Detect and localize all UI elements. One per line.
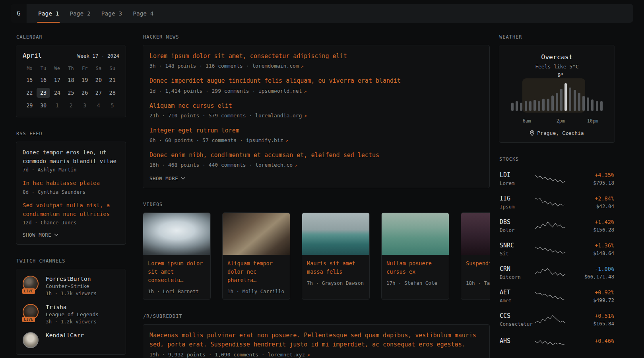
reddit-post-domain[interactable]: loremnet.xyz bbox=[268, 352, 305, 358]
video-thumbnail[interactable] bbox=[461, 213, 490, 255]
stocks-section-title: STOCKS bbox=[499, 156, 615, 162]
video-card[interactable]: Lorem ipsum dolor sit amet consectetu… 1… bbox=[143, 212, 211, 300]
weather-time-axis: 6am 2pm 10pm bbox=[511, 118, 603, 124]
reddit-post: Maecenas mollis pulvinar erat non posuer… bbox=[149, 331, 483, 358]
calendar-day: 1 bbox=[50, 101, 64, 111]
rss-item: In hac habitasse platea 8d · Cynthia Sau… bbox=[23, 179, 119, 195]
hn-item-domain[interactable]: ipsumify.biz bbox=[246, 137, 283, 143]
stock-symbol: SNRC bbox=[500, 242, 535, 249]
calendar-day: 26 bbox=[78, 88, 92, 98]
hn-item-domain[interactable]: ipsumworld.net bbox=[258, 88, 302, 94]
video-card[interactable]: Suspendisse diam 18h · Tara bbox=[461, 212, 490, 300]
tab-page-3[interactable]: Page 3 bbox=[101, 4, 123, 23]
stock-row[interactable]: DBSDolor +1.42%$156.28 bbox=[499, 214, 615, 237]
calendar-day: 2 bbox=[64, 101, 78, 111]
videos-section-title: VIDEOS bbox=[143, 202, 490, 207]
external-link-icon: ↗ bbox=[304, 113, 307, 119]
hn-show-more-button[interactable]: SHOW MORE bbox=[149, 175, 483, 181]
calendar-day: 22 bbox=[23, 88, 37, 98]
twitch-channel[interactable]: LIVE ForrestBurton Counter-Strike 1h · 1… bbox=[23, 276, 119, 296]
topbar: G Page 1 Page 2 Page 3 Page 4 bbox=[11, 4, 633, 23]
video-thumbnail[interactable] bbox=[143, 213, 210, 255]
middle-column: HACKER NEWS Lorem ipsum dolor sit amet, … bbox=[143, 34, 490, 358]
weather-peak-temp: 9° bbox=[558, 72, 564, 78]
rss-show-more-button[interactable]: SHOW MORE bbox=[23, 232, 119, 238]
tab-page-1[interactable]: Page 1 bbox=[37, 4, 60, 23]
hn-item-meta: 1d · 1,414 points · 299 comments · ipsum… bbox=[149, 88, 483, 94]
hn-item-title[interactable]: Donec imperdiet augue tincidunt felis al… bbox=[149, 76, 483, 86]
live-badge: LIVE bbox=[22, 317, 35, 322]
hn-item-domain[interactable]: loremlandia.org bbox=[255, 113, 302, 119]
rss-item: Donec tempor eros leo, ut commodo mauris… bbox=[23, 148, 119, 173]
video-title[interactable]: Suspendisse diam bbox=[466, 259, 490, 276]
stock-sparkline bbox=[535, 197, 566, 208]
weather-location-row: Prague, Czechia bbox=[506, 130, 608, 136]
hackernews-section: HACKER NEWS Lorem ipsum dolor sit amet, … bbox=[143, 34, 490, 188]
calendar-dow: Fr bbox=[78, 64, 92, 72]
video-thumbnail[interactable] bbox=[382, 213, 449, 255]
calendar-day: 27 bbox=[92, 88, 106, 98]
external-link-icon: ↗ bbox=[304, 88, 307, 94]
reddit-post-title[interactable]: Maecenas mollis pulvinar erat non posuer… bbox=[149, 331, 483, 350]
calendar-day: 17 bbox=[50, 75, 64, 85]
video-card[interactable]: Nullam posuere cursus ex 17h · Stefan Co… bbox=[381, 212, 449, 300]
external-link-icon: ↗ bbox=[295, 162, 297, 168]
twitch-channel[interactable]: LIVE Trisha League of Legends 3h · 1.2k … bbox=[23, 304, 119, 325]
video-title[interactable]: Nullam posuere cursus ex bbox=[386, 259, 444, 276]
calendar-dow: Th bbox=[64, 64, 78, 72]
calendar-section-title: CALENDAR bbox=[16, 34, 126, 40]
stock-symbol: CRN bbox=[500, 265, 535, 272]
hn-item-title[interactable]: Integer eget rutrum lorem bbox=[149, 126, 483, 135]
tab-page-2[interactable]: Page 2 bbox=[69, 4, 91, 23]
tab-page-4[interactable]: Page 4 bbox=[132, 4, 154, 23]
rss-item-title[interactable]: Donec tempor eros leo, ut commodo mauris… bbox=[23, 148, 119, 165]
stock-name: Consectetur bbox=[500, 321, 535, 327]
hn-item-title[interactable]: Donec enim nibh, condimentum et accumsan… bbox=[149, 151, 483, 160]
logo[interactable]: G bbox=[11, 4, 27, 23]
twitch-widget: LIVE ForrestBurton Counter-Strike 1h · 1… bbox=[16, 269, 126, 355]
stock-row[interactable]: SNRCSit +1.36%$148.64 bbox=[499, 237, 615, 261]
weather-widget: Overcast Feels like 5°C 9° 6am 2pm 10pm bbox=[499, 45, 615, 143]
video-thumbnail[interactable] bbox=[223, 213, 290, 255]
stock-row[interactable]: CRNBitcorn -1.00%$66,171.48 bbox=[499, 261, 615, 284]
channel-name: ForrestBurton bbox=[46, 276, 97, 282]
stock-symbol: IIG bbox=[500, 195, 535, 202]
stock-change: +0.51% bbox=[571, 313, 614, 319]
dashboard-page: G Page 1 Page 2 Page 3 Page 4 CALENDAR A… bbox=[0, 0, 644, 358]
hn-item-meta: 21h · 710 points · 579 comments · loreml… bbox=[149, 113, 483, 119]
video-card[interactable]: Aliquam tempor dolor nec pharetra… 1h · … bbox=[222, 212, 290, 300]
calendar-dow: Mo bbox=[23, 64, 37, 72]
stock-name: Bitcorn bbox=[500, 274, 535, 280]
stock-row[interactable]: AETAmet +0.92%$499.72 bbox=[499, 284, 615, 308]
subreddit-section: /R/SUBREDDIT Maecenas mollis pulvinar er… bbox=[143, 313, 490, 358]
hn-item-title[interactable]: Lorem ipsum dolor sit amet, consectetur … bbox=[149, 52, 483, 61]
stock-sparkline bbox=[535, 173, 566, 185]
video-card[interactable]: Mauris sit amet massa felis 7h · Grayson… bbox=[302, 212, 370, 300]
stock-price: $156.28 bbox=[571, 227, 614, 233]
stock-change: +4.35% bbox=[571, 172, 614, 178]
hn-item-domain[interactable]: loremdomain.com bbox=[252, 63, 299, 69]
twitch-channel[interactable]: KendallCarr bbox=[23, 332, 119, 348]
video-title[interactable]: Lorem ipsum dolor sit amet consectetu… bbox=[148, 259, 206, 284]
stock-row[interactable]: CCSConsectetur +0.51%$165.84 bbox=[499, 308, 615, 331]
hn-item: Donec imperdiet augue tincidunt felis al… bbox=[149, 76, 483, 93]
rss-item-title[interactable]: In hac habitasse platea bbox=[23, 179, 119, 188]
stock-price: $165.84 bbox=[571, 321, 614, 327]
stock-row[interactable]: LDILorem +4.35%$795.18 bbox=[499, 167, 615, 191]
hn-item-domain[interactable]: loremtech.co bbox=[255, 162, 293, 168]
hn-item: Lorem ipsum dolor sit amet, consectetur … bbox=[149, 52, 483, 69]
video-title[interactable]: Aliquam tempor dolor nec pharetra… bbox=[227, 259, 285, 284]
stock-symbol: DBS bbox=[500, 218, 535, 226]
hn-item-title[interactable]: Aliquam nec cursus elit bbox=[149, 101, 483, 111]
weather-time-label: 2pm bbox=[557, 118, 565, 124]
stock-row[interactable]: IIGIpsum +2.84%$42.04 bbox=[499, 191, 615, 214]
stock-row[interactable]: AHS +0.46% bbox=[499, 331, 615, 352]
video-thumbnail[interactable] bbox=[302, 213, 369, 255]
stock-symbol: CCS bbox=[500, 312, 535, 319]
video-title[interactable]: Mauris sit amet massa felis bbox=[307, 259, 365, 276]
calendar-day: 21 bbox=[105, 75, 119, 85]
calendar-day: 4 bbox=[92, 101, 106, 111]
channel-meta: 3h · 1.2k viewers bbox=[46, 319, 99, 325]
hn-item-meta: 6h · 60 points · 57 comments · ipsumify.… bbox=[149, 137, 483, 143]
rss-item-title[interactable]: Sed volutpat nulla nisl, a condimentum n… bbox=[23, 201, 119, 218]
